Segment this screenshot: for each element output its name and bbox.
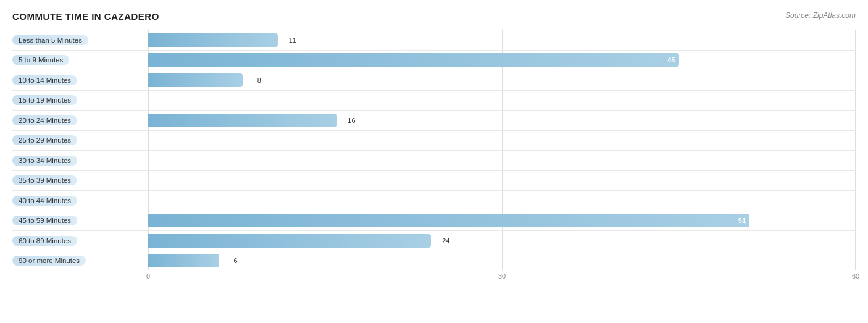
row-label-wrapper: Less than 5 Minutes [12, 34, 148, 46]
x-tick: 30 [498, 272, 506, 280]
row-label-wrapper: 20 to 24 Minutes [12, 114, 148, 127]
row-label: 90 or more Minutes [12, 256, 86, 266]
chart-title: COMMUTE TIME IN CAZADERO [12, 11, 856, 22]
row-label-wrapper: 5 to 9 Minutes [12, 54, 148, 66]
bar-fill: 11 [148, 33, 278, 47]
row-label: 60 to 89 Minutes [12, 236, 77, 246]
bar-track [148, 91, 856, 111]
x-tick: 60 [852, 272, 859, 280]
table-row: 90 or more Minutes6 [12, 251, 856, 271]
row-label: Less than 5 Minutes [12, 35, 88, 45]
chart-container: COMMUTE TIME IN CAZADERO Source: ZipAtla… [0, 0, 868, 323]
table-row: 25 to 29 Minutes [12, 131, 856, 151]
bar-track: 16 [148, 111, 856, 130]
table-row: 45 to 59 Minutes51 [12, 211, 856, 232]
bar-track [148, 151, 856, 170]
bar-track [148, 171, 856, 191]
row-label: 15 to 19 Minutes [12, 95, 77, 105]
row-label: 20 to 24 Minutes [12, 115, 77, 125]
bar-value: 8 [257, 77, 261, 84]
table-row: 20 to 24 Minutes16 [12, 111, 856, 131]
source-label: Source: ZipAtlas.com [785, 11, 856, 20]
table-row: 30 to 34 Minutes [12, 151, 856, 171]
bar-fill: 8 [148, 73, 243, 87]
bar-track: 51 [148, 211, 856, 231]
bar-value: 51 [738, 217, 746, 224]
rows-wrapper: Less than 5 Minutes115 to 9 Minutes4510 … [12, 30, 856, 271]
row-label: 25 to 29 Minutes [12, 135, 77, 145]
row-label-wrapper: 25 to 29 Minutes [12, 134, 148, 146]
table-row: 40 to 44 Minutes [12, 191, 856, 211]
bar-track: 45 [148, 51, 856, 70]
bar-value: 45 [667, 56, 675, 64]
row-label: 35 to 39 Minutes [12, 175, 77, 185]
table-row: 60 to 89 Minutes24 [12, 231, 856, 251]
row-label: 5 to 9 Minutes [12, 55, 69, 65]
row-label-wrapper: 45 to 59 Minutes [12, 214, 148, 227]
bar-fill: 45 [148, 53, 679, 67]
bar-value: 6 [233, 257, 237, 264]
row-label-wrapper: 40 to 44 Minutes [12, 195, 148, 207]
bar-value: 24 [442, 237, 449, 245]
x-tick: 0 [146, 272, 150, 280]
row-label-wrapper: 90 or more Minutes [12, 254, 148, 267]
bar-track: 6 [148, 251, 856, 271]
table-row: 5 to 9 Minutes45 [12, 51, 856, 71]
bar-fill: 6 [148, 254, 219, 267]
row-label-wrapper: 10 to 14 Minutes [12, 74, 148, 86]
row-label-wrapper: 60 to 89 Minutes [12, 235, 148, 247]
table-row: Less than 5 Minutes11 [12, 30, 856, 51]
chart-area: Less than 5 Minutes115 to 9 Minutes4510 … [12, 30, 856, 283]
row-label: 45 to 59 Minutes [12, 216, 77, 225]
bar-track [148, 191, 856, 211]
row-label-wrapper: 35 to 39 Minutes [12, 174, 148, 187]
bar-track: 8 [148, 70, 856, 90]
x-axis: 03060 [148, 272, 856, 283]
bar-track: 11 [148, 30, 856, 50]
row-label: 10 to 14 Minutes [12, 75, 77, 85]
bar-value: 16 [348, 117, 355, 124]
row-label: 40 to 44 Minutes [12, 196, 77, 206]
table-row: 15 to 19 Minutes [12, 91, 856, 111]
bar-track [148, 131, 856, 151]
bar-value: 11 [289, 36, 296, 44]
row-label: 30 to 34 Minutes [12, 156, 77, 166]
bar-fill: 24 [148, 234, 431, 248]
table-row: 35 to 39 Minutes [12, 171, 856, 191]
bar-fill: 16 [148, 114, 337, 127]
bar-track: 24 [148, 231, 856, 251]
row-label-wrapper: 30 to 34 Minutes [12, 154, 148, 167]
table-row: 10 to 14 Minutes8 [12, 70, 856, 91]
row-label-wrapper: 15 to 19 Minutes [12, 94, 148, 106]
bar-fill: 51 [148, 214, 749, 227]
